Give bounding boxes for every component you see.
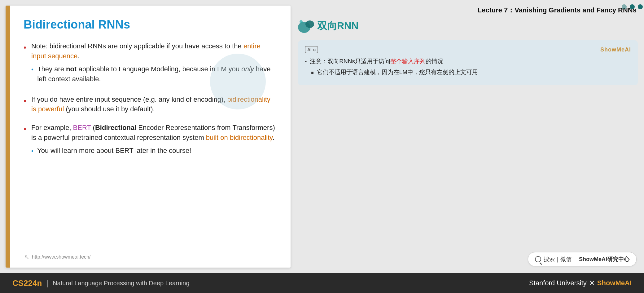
sub-b3-text: You will learn more about BERT later in … <box>37 146 191 156</box>
ai-badge: AI ⊙ <box>305 46 318 53</box>
sub-bullet-1-1: • They are not applicable to Language Mo… <box>31 64 275 84</box>
cursor-icon: ↖ <box>24 253 29 261</box>
bullet-dot-2: • <box>24 95 26 107</box>
bullet-content-3: For example, BERT (Bidirectional Encoder… <box>31 123 275 158</box>
bullet-item-1: • Note: bidirectional RNNs are only appl… <box>24 41 275 86</box>
ai-badge-icon: ⊙ <box>313 48 316 52</box>
sub-b1-text: They are not applicable to Language Mode… <box>37 64 275 84</box>
search-brand: ShowMeAI研究中心 <box>579 255 629 263</box>
x-mark: ✕ <box>589 279 595 287</box>
card-header: AI ⊙ ShowMeAI <box>305 46 631 53</box>
card-b1-text2: 的情况 <box>426 58 443 64</box>
b3-text1: For example, <box>31 124 73 131</box>
teal-wave-icon <box>298 19 314 33</box>
main-content: Bidirectional RNNs • Note: bidirectional… <box>0 0 644 273</box>
nav-dot-1[interactable] <box>622 4 627 9</box>
b3-highlight: built on bidirectionality <box>206 134 273 141</box>
card-sub-dot: ■ <box>311 69 313 76</box>
b1-text1: Note: bidirectional RNNs are only applic… <box>31 42 243 50</box>
annotation-logo-row: 双向RNN <box>298 19 638 33</box>
stanford-text: Stanford University <box>529 279 587 287</box>
nav-dots <box>622 4 643 9</box>
b3-bert: BERT <box>73 124 91 131</box>
bullet-list: • Note: bidirectional RNNs are only appl… <box>24 41 275 158</box>
bottom-subtitle: Natural Language Processing with Deep Le… <box>53 280 189 287</box>
bullet-item-3: • For example, BERT (Bidirectional Encod… <box>24 123 275 158</box>
showmeai-bottom-brand: ShowMeAI <box>597 279 632 287</box>
sub-bullet-list-3: • You will learn more about BERT later i… <box>31 146 275 156</box>
card-b1-text1: 注意：双向RNNs只适用于访问 <box>310 58 390 64</box>
showmeai-card: AI ⊙ ShowMeAI • 注意：双向RNNs只适用于访问整个输入序列的情况… <box>298 40 638 85</box>
annotation-title: 双向RNN <box>317 19 358 33</box>
card-b1-highlight: 整个输入序列 <box>390 58 426 64</box>
footer-url: http://www.showmeai.tech/ <box>32 254 90 260</box>
b2-text2: (you should use it by default). <box>64 105 155 113</box>
svg-point-1 <box>305 20 314 28</box>
sub-bullet-blue-dot: • <box>31 65 33 74</box>
card-sub-text: 它们不适用于语言建模，因为在LM中，您只有左侧的上文可用 <box>317 68 478 77</box>
b2-text1: If you do have entire input sequence (e.… <box>31 95 227 103</box>
bullet-dot-3: • <box>24 123 26 135</box>
card-bullet-content: 注意：双向RNNs只适用于访问整个输入序列的情况 ■ 它们不适用于语言建模，因为… <box>310 57 478 77</box>
nav-dot-2[interactable] <box>630 4 635 9</box>
slide-title: Bidirectional RNNs <box>24 18 275 31</box>
bottom-bar: CS224n | Natural Language Processing wit… <box>0 273 644 293</box>
card-sub-item-1: ■ 它们不适用于语言建模，因为在LM中，您只有左侧的上文可用 <box>311 68 478 77</box>
nav-dot-3[interactable] <box>638 4 643 9</box>
svg-point-2 <box>300 20 303 23</box>
search-text: 搜索｜微信 <box>544 255 572 263</box>
card-bullet-list: • 注意：双向RNNs只适用于访问整个输入序列的情况 ■ 它们不适用于语言建模，… <box>305 57 631 77</box>
bullet-content-1: Note: bidirectional RNNs are only applic… <box>31 41 275 86</box>
lecture-header: Lecture 7：Vanishing Gradients and Fancy … <box>298 3 638 19</box>
showmeai-brand-label: ShowMeAI <box>600 47 631 53</box>
slide-left-bar <box>6 6 10 268</box>
bottom-right: Stanford University ✕ ShowMeAI <box>529 279 632 287</box>
ai-badge-text: AI <box>307 47 312 52</box>
slide-panel: Bidirectional RNNs • Note: bidirectional… <box>6 6 291 268</box>
search-icon <box>535 256 541 262</box>
sub-bullet-list-1: • They are not applicable to Language Mo… <box>31 64 275 84</box>
bullet-item-2: • If you do have entire input sequence (… <box>24 95 275 114</box>
bullet-content-2: If you do have entire input sequence (e.… <box>31 95 275 114</box>
card-sub-list: ■ 它们不适用于语言建模，因为在LM中，您只有左侧的上文可用 <box>311 68 478 77</box>
slide-body: Bidirectional RNNs • Note: bidirectional… <box>10 6 291 268</box>
card-bullet-1: • 注意：双向RNNs只适用于访问整个输入序列的情况 ■ 它们不适用于语言建模，… <box>305 57 631 77</box>
sub-bullet-3-1: • You will learn more about BERT later i… <box>31 146 275 156</box>
card-bullet-dot-1: • <box>305 58 307 66</box>
bullet-dot-1: • <box>24 42 26 54</box>
sub-bullet-blue-dot-3: • <box>31 147 33 156</box>
bottom-divider: | <box>46 278 48 288</box>
b3-text3: . <box>273 134 274 141</box>
b1-text2: . <box>77 52 79 60</box>
course-code: CS224n <box>12 278 42 288</box>
bottom-left: CS224n | Natural Language Processing wit… <box>12 278 190 288</box>
right-panel: Lecture 7：Vanishing Gradients and Fancy … <box>291 0 644 273</box>
footer-link: ↖ http://www.showmeai.tech/ <box>24 253 90 261</box>
search-bar[interactable]: 搜索｜微信 ShowMeAI研究中心 <box>528 252 637 266</box>
